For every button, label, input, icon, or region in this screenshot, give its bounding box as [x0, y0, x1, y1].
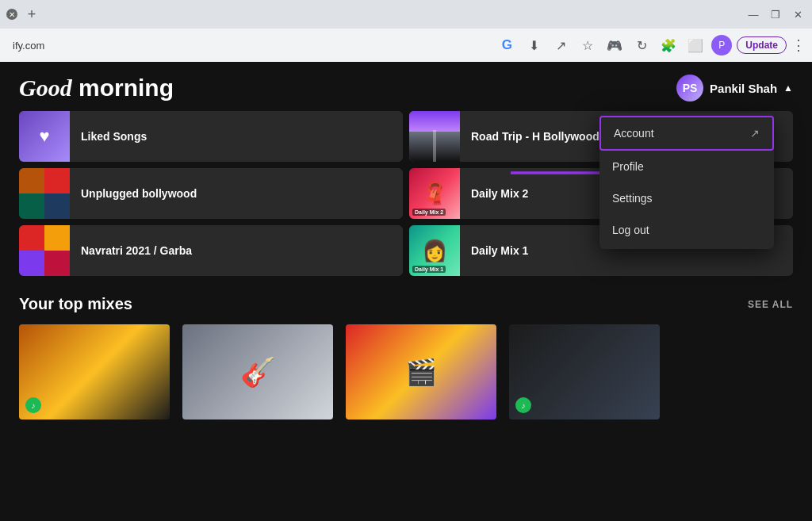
mix-thumb-4: ♪ — [509, 324, 660, 419]
toolbar-icons: G ⬇ ↗ ☆ 🎮 ↻ 🧩 ⬜ P Update ⋮ — [496, 34, 806, 56]
mix-card-2[interactable]: 🎸 — [182, 324, 333, 419]
new-tab-button[interactable]: + — [22, 5, 41, 24]
bookmark-icon[interactable]: ☆ — [576, 34, 599, 56]
section-title: Your top mixes — [19, 295, 132, 313]
dropdown-item-settings[interactable]: Settings — [599, 182, 774, 214]
mix-thumb-1: ♪ — [19, 324, 170, 419]
username-label: Pankil Shah — [710, 82, 777, 95]
titlebar-right: — ❐ ✕ — [745, 6, 806, 22]
user-dropdown-menu: Account ↗ Profile Settings Log out — [599, 113, 774, 249]
person-silhouette: 🎸 — [182, 324, 333, 419]
mix-card-3[interactable]: 🎬 — [346, 324, 496, 419]
minimize-button[interactable]: — — [745, 6, 761, 22]
spotify-logo-icon-2: ♪ — [515, 397, 531, 413]
dropdown-item-profile[interactable]: Profile — [599, 151, 774, 182]
user-area[interactable]: PS Pankil Shah ▲ Account ↗ Profile Setti… — [676, 75, 793, 102]
mix-card-1[interactable]: ♪ — [19, 324, 170, 419]
browser-menu-button[interactable]: ⋮ — [791, 36, 806, 54]
dropdown-item-account[interactable]: Account ↗ — [599, 116, 774, 151]
playlist-thumb-daily-mix-1: 👩 Daily Mix 1 — [409, 225, 460, 276]
playlist-thumb-road-trip — [409, 111, 460, 162]
mix-thumb-3: 🎬 — [346, 324, 496, 419]
url-bar-area: ify.com — [6, 36, 489, 55]
top-mixes-section: Your top mixes SEE ALL ♪ 🎸 — [0, 289, 812, 426]
playlist-item-navratri[interactable]: Navratri 2021 / Garba — [19, 225, 403, 276]
url-text: ify.com — [6, 36, 51, 55]
share-icon[interactable]: ↗ — [550, 34, 572, 56]
playlist-name-daily-mix-2: Daily Mix 2 — [460, 187, 539, 200]
playlist-item-unplugged[interactable]: Unplugged bollywood — [19, 168, 403, 219]
spotify-logo-icon: ♪ — [25, 397, 41, 413]
split-view-icon[interactable]: ⬜ — [684, 34, 707, 56]
browser-toolbar: ify.com G ⬇ ↗ ☆ 🎮 ↻ 🧩 ⬜ P Update ⋮ — [0, 29, 812, 62]
playlist-name-unplugged: Unplugged bollywood — [70, 187, 208, 200]
translate-icon[interactable]: ↻ — [630, 34, 653, 56]
greeting-text: Good morning — [19, 75, 174, 102]
browser-chrome: ✕ + — ❐ ✕ ify.com G ⬇ ↗ ☆ 🎮 ↻ 🧩 ⬜ P — [0, 0, 812, 62]
browser-titlebar: ✕ + — ❐ ✕ — [0, 0, 812, 29]
google-icon[interactable]: G — [496, 34, 518, 56]
playlist-name-navratri: Navratri 2021 / Garba — [70, 244, 203, 257]
heart-icon: ♥ — [39, 126, 49, 147]
window-close-button[interactable]: ✕ — [790, 6, 806, 22]
user-avatar: PS — [676, 75, 703, 102]
mix-thumb-2: 🎸 — [182, 324, 333, 419]
maximize-button[interactable]: ❐ — [768, 6, 783, 22]
spotify-app: Good morning PS Pankil Shah ▲ Account ↗ … — [0, 62, 812, 521]
see-all-button[interactable]: SEE ALL — [748, 299, 793, 310]
section-header: Your top mixes SEE ALL — [19, 295, 793, 313]
mixes-row: ♪ 🎸 🎬 — [19, 324, 793, 419]
gaming-icon[interactable]: 🎮 — [603, 34, 626, 56]
mix-card-4[interactable]: ♪ — [509, 324, 660, 419]
external-link-icon: ↗ — [750, 127, 760, 140]
playlist-thumb-liked-songs: ♥ — [19, 111, 70, 162]
playlist-name-liked-songs: Liked Songs — [70, 130, 158, 143]
playlist-thumb-navratri — [19, 225, 70, 276]
playlist-name-daily-mix-1: Daily Mix 1 — [460, 244, 539, 257]
download-icon[interactable]: ⬇ — [523, 34, 545, 56]
playlist-thumb-unplugged — [19, 168, 70, 219]
chevron-up-icon: ▲ — [783, 82, 793, 94]
browser-profile-icon[interactable]: P — [711, 35, 732, 56]
playlist-name-road-trip: Road Trip - H Bollywood — [460, 130, 611, 143]
spotify-header: Good morning PS Pankil Shah ▲ Account ↗ … — [0, 62, 812, 111]
playlist-item-liked-songs[interactable]: ♥ Liked Songs — [19, 111, 403, 162]
playlist-thumb-daily-mix-2: 🧣 Daily Mix 2 — [409, 168, 460, 219]
extensions-icon[interactable]: 🧩 — [657, 34, 680, 56]
browser-close-button[interactable]: ✕ — [6, 9, 17, 20]
dropdown-item-logout[interactable]: Log out — [599, 214, 774, 246]
update-button[interactable]: Update — [737, 36, 787, 54]
